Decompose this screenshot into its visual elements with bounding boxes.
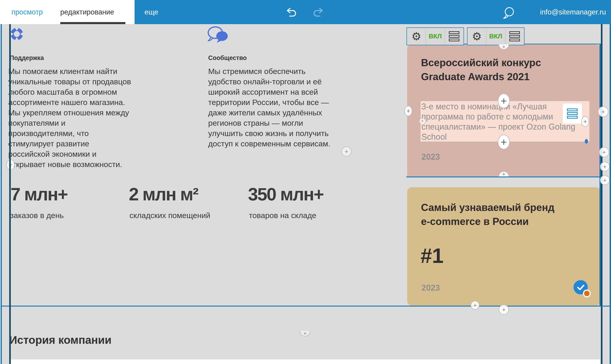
chat-bubbles-icon: [207, 26, 229, 44]
add-plus-handle[interactable]: [499, 304, 509, 315]
support-title: Поддержка: [10, 54, 44, 62]
add-plus-handle[interactable]: [598, 106, 609, 117]
add-plus-handle[interactable]: [498, 135, 510, 149]
contact-email[interactable]: info@sitemanager.ru: [520, 0, 606, 24]
add-plus-handle[interactable]: [341, 146, 352, 156]
support-text: Мы помогаем клиентам найти уникальные то…: [8, 66, 165, 169]
award-2-rank: #1: [421, 244, 444, 268]
list-icon-blue: [567, 108, 578, 118]
events-panel-right-border: [599, 44, 601, 307]
community-title: Сообщество: [208, 54, 247, 62]
settings-button-2[interactable]: ⚙: [467, 28, 486, 45]
next-block-top-strip: [11, 359, 600, 364]
layout-list-button-2[interactable]: [505, 28, 524, 45]
tab-edit[interactable]: редактирование: [60, 0, 114, 24]
add-plus-handle[interactable]: [581, 116, 589, 127]
award-2-title: Самый узнаваемый бренд e-commerce в Росс…: [421, 200, 580, 228]
award-2-year: 2023: [421, 283, 440, 293]
active-tab-underline: [60, 22, 125, 24]
editor-topbar: просмотр редактирование еще info@siteman…: [0, 0, 611, 24]
stat-warehouse-value: 2 млн м²: [129, 184, 198, 205]
widget-toolbar-1: ⚙ ВКЛ: [407, 27, 464, 45]
lifebuoy-icon: [9, 27, 24, 42]
add-plus-handle[interactable]: [600, 175, 610, 185]
add-plus-handle[interactable]: [404, 106, 412, 116]
widget-toolbar-2: ⚙ ВКЛ: [467, 27, 525, 45]
list-icon: [449, 31, 459, 41]
resize-dot[interactable]: [585, 139, 588, 144]
add-plus-handle[interactable]: [599, 147, 609, 157]
list-icon: [509, 31, 520, 41]
stat-orders-label: заказов в день: [10, 211, 64, 220]
content-right-edge-line: [601, 24, 602, 364]
add-plus-handle[interactable]: [600, 162, 610, 171]
toggle-on-button-2[interactable]: ВКЛ: [486, 28, 505, 45]
history-section-top-border: [1, 306, 611, 307]
site-editor-screen: СОБЫТИЯ Поддержка Мы помогаем клиентам н…: [0, 0, 611, 364]
award-1-title: Всероссийский конкурс Graduate Awards 20…: [421, 56, 580, 84]
gear-icon: ⚙: [472, 31, 482, 42]
tab-preview[interactable]: просмотр: [12, 0, 43, 24]
redo-icon[interactable]: [312, 6, 324, 19]
tab-more[interactable]: еще: [145, 0, 158, 24]
award-1-year: 2023: [421, 152, 440, 162]
page-right-border-line: [610, 24, 611, 364]
add-plus-handle[interactable]: [419, 118, 426, 125]
toggle-on-label: ВКЛ: [429, 33, 442, 40]
stat-goods-value: 350 млн+: [248, 184, 324, 205]
toggle-on-label: ВКЛ: [489, 33, 502, 40]
stat-goods-label: товаров на складе: [249, 211, 316, 220]
layout-list-button[interactable]: [445, 28, 463, 45]
stat-warehouse-label: складских помещений: [130, 211, 210, 220]
page-canvas: СОБЫТИЯ Поддержка Мы помогаем клиентам н…: [0, 0, 611, 364]
undo-icon[interactable]: [285, 6, 297, 19]
add-plus-handle[interactable]: [498, 93, 510, 108]
community-text: Мы стремимся обеспечить удобство онлайн-…: [208, 66, 358, 149]
add-plus-handle[interactable]: [300, 331, 310, 337]
chat-icon[interactable]: [502, 5, 516, 20]
content-left-edge-line: [9, 24, 11, 364]
gear-icon: ⚙: [411, 31, 421, 42]
toggle-on-button[interactable]: ВКЛ: [426, 28, 445, 45]
add-plus-handle[interactable]: [471, 301, 479, 310]
page-left-border-line: [1, 24, 2, 364]
settings-button[interactable]: ⚙: [407, 28, 426, 45]
stat-orders-value: 7 млн+: [11, 184, 68, 205]
check-badge-icon[interactable]: [573, 280, 591, 298]
history-section-title: История компании: [9, 334, 112, 346]
text-format-button[interactable]: [563, 104, 582, 124]
